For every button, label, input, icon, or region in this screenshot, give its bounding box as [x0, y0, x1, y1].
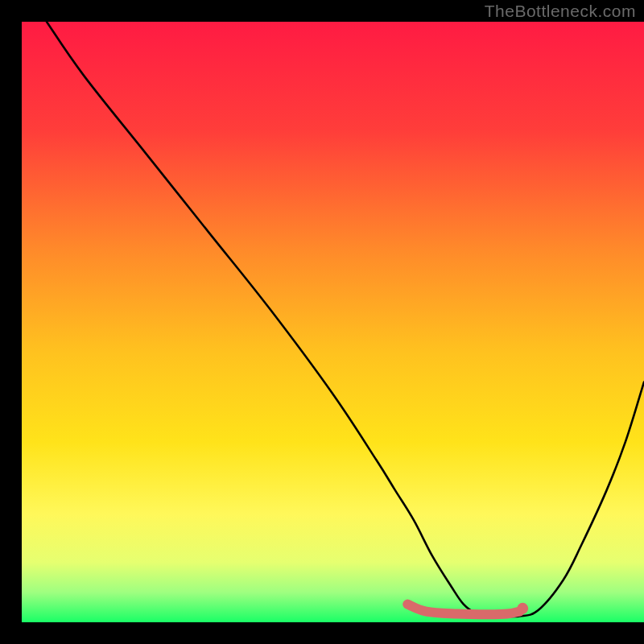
chart-container: TheBottleneck.com [0, 0, 644, 644]
flat-region-endpoint [517, 603, 528, 614]
bottleneck-chart [0, 0, 644, 644]
watermark-label: TheBottleneck.com [485, 2, 636, 21]
plot-background [22, 22, 644, 622]
